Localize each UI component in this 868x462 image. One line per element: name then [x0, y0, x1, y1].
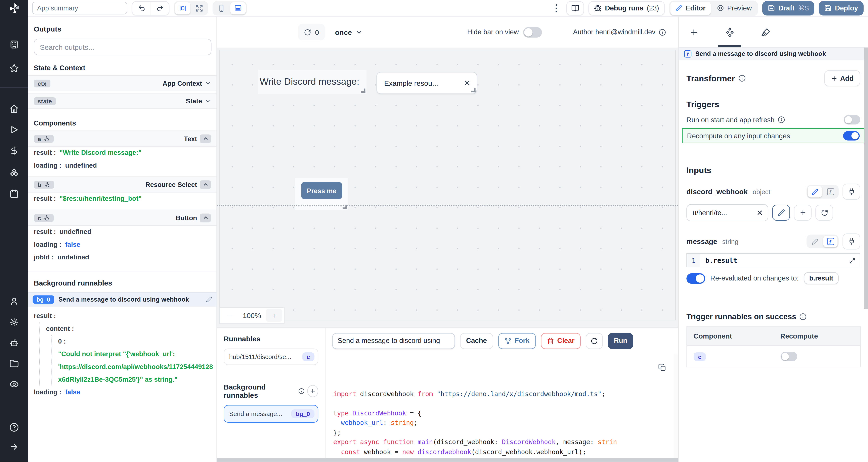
static-pencil-button[interactable] [808, 236, 822, 248]
deploy-button[interactable]: Deploy [819, 1, 864, 15]
connect-plug-button[interactable] [842, 184, 860, 200]
add-transformer-button[interactable]: Add [824, 70, 860, 86]
variables-dollar-icon[interactable] [0, 146, 28, 156]
app-canvas[interactable]: Write Discord message: Example resou... … [217, 47, 678, 328]
tab-style-paintbrush-icon[interactable] [760, 26, 772, 38]
eval-function-button[interactable]: ƒ [823, 236, 838, 248]
collapse-chevron-up-icon[interactable] [200, 213, 211, 222]
edit-pencil-icon[interactable] [206, 296, 212, 302]
component-header-b[interactable]: b Resource Select [28, 176, 217, 193]
editor-label: Editor [686, 4, 706, 12]
run-mode-dropdown[interactable]: once [335, 28, 362, 36]
tab-editor[interactable]: Editor [670, 1, 711, 15]
runnable-item[interactable]: hub/1511/discord/se... c [224, 349, 318, 365]
bg-runnable-label: Send a message... [229, 410, 288, 417]
add-background-runnable-button[interactable] [307, 385, 318, 397]
debug-runs-button[interactable]: Debug runs (23) [588, 1, 664, 15]
horizontal-scrollbar[interactable] [217, 458, 678, 462]
collapse-chevron-up-icon[interactable] [200, 134, 211, 143]
draft-save-button[interactable]: Draft ⌘S [762, 1, 814, 15]
runs-play-icon[interactable] [0, 125, 28, 134]
hide-bar-toggle[interactable] [523, 27, 542, 37]
run-on-start-toggle[interactable] [844, 115, 860, 125]
workers-robot-icon[interactable] [0, 338, 28, 348]
search-outputs-input[interactable] [34, 39, 211, 56]
refresh-counter-button[interactable]: 0 [298, 24, 325, 40]
press-me-button[interactable]: Press me [301, 182, 342, 199]
fork-button[interactable]: Fork [498, 333, 536, 349]
cache-button[interactable]: Cache [460, 333, 493, 349]
resource-select-component[interactable]: Example resou... [376, 72, 477, 94]
collapse-chevron-up-icon[interactable] [200, 180, 211, 189]
code-editor[interactable]: import discordwebhook from "https://deno… [326, 354, 678, 458]
row-recompute-toggle[interactable] [780, 352, 797, 361]
tab-add-plus-icon[interactable] [688, 26, 700, 38]
schedules-calendar-icon[interactable] [0, 189, 28, 199]
run-button[interactable]: Run [608, 333, 633, 349]
text-component[interactable]: Write Discord message: [258, 70, 367, 94]
clear-button[interactable]: Clear [541, 333, 581, 349]
redo-button[interactable] [151, 1, 169, 15]
copy-code-icon[interactable] [657, 362, 667, 372]
clear-x-icon[interactable] [463, 79, 471, 87]
app-summary-input[interactable] [32, 2, 127, 14]
edit-resource-pencil-button[interactable] [772, 205, 790, 221]
undo-button[interactable] [132, 1, 151, 15]
help-icon[interactable] [0, 423, 28, 432]
debug-runs-label: Debug runs [605, 4, 643, 12]
resources-cubes-icon[interactable] [0, 168, 28, 178]
component-outline-button[interactable] [175, 2, 190, 14]
tab-preview[interactable]: Preview [712, 1, 757, 15]
collapse-arrow-icon[interactable] [0, 442, 28, 451]
users-person-icon[interactable] [0, 297, 28, 306]
pointer-hand-icon [44, 214, 50, 221]
code-vertical-scrollbar[interactable] [674, 354, 678, 458]
favorites-star-icon[interactable] [0, 64, 28, 73]
zoom-in-button[interactable]: + [266, 308, 282, 322]
right-panel-scrollbar[interactable] [864, 47, 868, 309]
eval-function-button[interactable]: ƒ [823, 186, 838, 198]
settings-gear-icon[interactable] [0, 318, 28, 327]
mobile-view-button[interactable] [214, 2, 229, 14]
folders-icon[interactable] [0, 359, 28, 368]
reevaluate-target-chip[interactable]: b.result [804, 272, 839, 285]
resize-handle[interactable] [361, 89, 365, 93]
recompute-toggle[interactable] [843, 131, 860, 140]
static-pencil-button[interactable] [808, 186, 822, 198]
docs-book-button[interactable] [566, 1, 584, 15]
zoom-out-button[interactable]: − [220, 307, 240, 323]
tab-components-diamonds-icon[interactable] [723, 26, 736, 38]
reevaluate-toggle[interactable] [686, 273, 705, 284]
more-options-kebab-icon[interactable] [551, 1, 562, 15]
home-icon[interactable] [0, 104, 28, 113]
output-row-state[interactable]: state State [28, 93, 217, 109]
component-header-a[interactable]: a Text [28, 131, 217, 146]
clear-x-icon[interactable] [756, 209, 763, 216]
reload-resource-button[interactable] [815, 205, 833, 221]
background-runnable-item-selected[interactable]: Send a message... bg_0 [224, 405, 318, 423]
resource-picker[interactable]: u/henri/te... [686, 204, 768, 221]
expand-button[interactable] [191, 2, 207, 14]
component-header-c[interactable]: c Button [28, 209, 217, 226]
kv-row: result : "Write Discord message:" [28, 146, 217, 159]
refresh-code-button[interactable] [586, 333, 603, 349]
device-toggle-group [213, 1, 247, 15]
workspace-icon[interactable] [0, 40, 28, 49]
audit-eye-icon[interactable] [0, 380, 28, 389]
output-row-ctx[interactable]: ctx App Context [28, 75, 217, 91]
message-expression-editor[interactable]: 1 b.result [686, 253, 860, 267]
message-name: message [686, 237, 717, 245]
resize-handle[interactable] [471, 88, 475, 92]
desktop-view-button[interactable] [230, 2, 246, 14]
component-c-chip[interactable]: c [693, 352, 706, 361]
connect-plug-button[interactable] [842, 233, 860, 250]
background-runnable-row[interactable]: bg_0 Send a message to discord using web… [28, 292, 217, 306]
runnable-name-input[interactable] [332, 333, 455, 349]
windmill-logo-icon[interactable] [0, 2, 28, 14]
state-badge: state [38, 98, 52, 104]
expand-editor-icon[interactable] [849, 256, 858, 265]
create-resource-plus-button[interactable] [794, 205, 811, 221]
kv-row: result : undefined [28, 226, 217, 238]
background-runnables-header: Background runnables [224, 383, 318, 400]
author-label: Author henri@windmill.dev [573, 28, 655, 36]
